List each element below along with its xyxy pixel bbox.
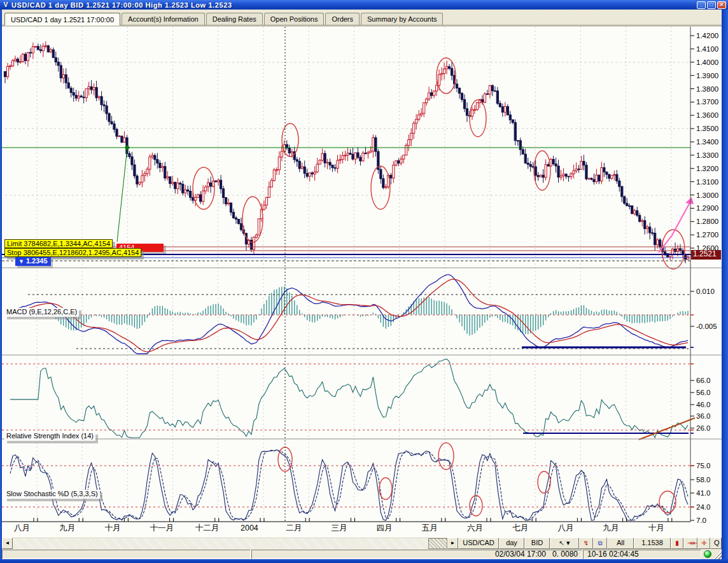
quote-mode-button[interactable]: Q — [710, 538, 722, 549]
side-button[interactable]: BID — [524, 538, 550, 549]
limit-order-label[interactable]: Limit 3784682,E,1.3344,AC,4154 — [4, 239, 113, 248]
app-icon: V — [2, 1, 10, 8]
svg-text:1.4100: 1.4100 — [696, 45, 718, 53]
svg-text:1.3100: 1.3100 — [696, 178, 718, 186]
svg-text:1.2700: 1.2700 — [696, 231, 718, 239]
status-clock-panel: 10-16 02:04:45 — [583, 550, 701, 559]
resize-grip[interactable] — [713, 551, 722, 559]
svg-text:1.4200: 1.4200 — [696, 32, 718, 39]
macd-indicator-label: MACD (9,E,12,26,C,E) — [4, 308, 79, 317]
tab-open-positions[interactable]: Open Positions — [264, 13, 325, 25]
tab-orders[interactable]: Orders — [325, 13, 360, 25]
svg-text:八月: 八月 — [14, 524, 30, 532]
symbol-button[interactable]: USD/CAD — [458, 538, 499, 549]
svg-text:二月: 二月 — [286, 524, 302, 532]
trading-window: V USD/CAD 1 day BID 1.2521 17:00:00 High… — [0, 0, 728, 563]
svg-text:1.3500: 1.3500 — [696, 125, 718, 132]
scroll-left-button[interactable]: ◄ — [2, 538, 13, 549]
svg-text:58.0: 58.0 — [696, 476, 710, 483]
scrollbar-thumb[interactable] — [428, 538, 447, 549]
svg-text:九月: 九月 — [59, 524, 75, 532]
chart-scroll-toolbar: ◄ ► USD/CAD day BID ↖ ▾ ↯ ⧉ All 1.1538 ▮… — [2, 538, 722, 549]
rsi-indicator-label: Relative Strength Index (14) — [4, 432, 95, 441]
svg-text:1.3300: 1.3300 — [696, 151, 718, 159]
svg-text:六月: 六月 — [467, 524, 483, 532]
tab-dealing-rates[interactable]: Dealing Rates — [206, 13, 263, 25]
bid-price-tag: ▼1.2345 — [15, 257, 51, 266]
svg-text:七月: 七月 — [512, 524, 528, 532]
svg-text:1.4000: 1.4000 — [696, 59, 718, 66]
candlestick-icon: ▮ — [675, 539, 679, 546]
svg-text:1.3000: 1.3000 — [696, 191, 718, 199]
svg-text:十二月: 十二月 — [195, 524, 220, 532]
overlap-squares-icon: ⧉ — [598, 539, 602, 546]
stochastic-indicator-label: Slow Stochastic %D (5,3,3,S) — [4, 490, 100, 499]
funnel-icon: ▼ — [18, 258, 24, 265]
chart-background — [2, 25, 722, 538]
candlestick-style-button[interactable]: ▮ — [671, 538, 683, 549]
svg-text:36.0: 36.0 — [696, 412, 710, 420]
svg-text:-0.005: -0.005 — [696, 323, 717, 330]
window-title: USD/CAD 1 day BID 1.2521 17:00:00 High 1… — [11, 1, 697, 9]
pointer-tool-button[interactable]: ↖ ▾ — [550, 538, 579, 549]
svg-text:56.0: 56.0 — [696, 389, 710, 396]
connection-status-icon — [702, 549, 713, 559]
svg-text:0.010: 0.010 — [696, 288, 715, 295]
svg-text:46.0: 46.0 — [696, 401, 710, 408]
maximize-button[interactable]: □ — [707, 1, 716, 9]
svg-text:1.3700: 1.3700 — [696, 98, 718, 106]
svg-text:1.3400: 1.3400 — [696, 138, 718, 146]
svg-text:75.0: 75.0 — [696, 462, 710, 469]
svg-text:三月: 三月 — [331, 524, 347, 532]
svg-text:1.3900: 1.3900 — [696, 72, 718, 80]
svg-text:41.0: 41.0 — [696, 489, 710, 497]
crosshair-move-button[interactable]: ✛ — [697, 538, 710, 549]
snap-arrows-icon: ⇥⇤ — [687, 539, 698, 546]
svg-text:五月: 五月 — [422, 524, 438, 532]
svg-text:66.0: 66.0 — [696, 377, 710, 384]
link-windows-button[interactable]: ⧉ — [593, 538, 607, 549]
scrollbar-track[interactable] — [13, 538, 447, 549]
svg-text:1.3800: 1.3800 — [696, 85, 718, 93]
svg-text:八月: 八月 — [557, 524, 573, 532]
svg-text:十月: 十月 — [104, 524, 120, 532]
chevron-down-icon: ▾ — [566, 539, 570, 546]
tab-chart[interactable]: USD/CAD 1 day 1.2521 17:00:00 — [4, 13, 120, 25]
scroll-right-button[interactable]: ► — [447, 538, 458, 549]
price-chart[interactable]: 1.42001.41001.40001.39001.38001.37001.36… — [2, 25, 722, 538]
crosshair-icon: ✛ — [701, 539, 706, 546]
svg-text:24.0: 24.0 — [696, 503, 710, 511]
stop-order-label[interactable]: Stop 3806455,E,1218602,1.2495,AC,4154 — [4, 248, 141, 257]
tab-bar: USD/CAD 1 day 1.2521 17:00:00 Account(s)… — [2, 10, 722, 25]
close-button[interactable]: ✕ — [717, 1, 726, 9]
current-price-tag: 1.2521 — [691, 250, 721, 260]
svg-text:7.0: 7.0 — [696, 517, 706, 524]
window-border-right — [722, 10, 728, 559]
svg-text:1.2900: 1.2900 — [696, 204, 718, 212]
svg-text:1.3600: 1.3600 — [696, 111, 718, 119]
svg-text:九月: 九月 — [603, 524, 619, 532]
bid-price-value: 1.2345 — [26, 257, 48, 265]
svg-text:十月: 十月 — [648, 524, 664, 532]
show-all-button[interactable]: All — [607, 538, 634, 549]
minimize-button[interactable]: _ — [697, 1, 706, 9]
snap-center-button[interactable]: ⇥⇤ — [683, 538, 697, 549]
titlebar: V USD/CAD 1 day BID 1.2521 17:00:00 High… — [0, 0, 728, 10]
zigzag-icon: ↯ — [584, 539, 589, 546]
svg-text:四月: 四月 — [377, 524, 393, 532]
svg-text:1.2800: 1.2800 — [696, 218, 718, 225]
svg-text:1.3200: 1.3200 — [696, 165, 718, 172]
cursor-icon: ↖ — [559, 539, 564, 546]
tab-accounts-information[interactable]: Account(s) Information — [122, 13, 205, 25]
svg-text:2004: 2004 — [241, 524, 258, 532]
status-bar: 02/03/04 17:00 0. 0080 10-16 02:04:45 — [2, 549, 722, 559]
tab-summary-by-accounts[interactable]: Summary by Accounts — [361, 13, 443, 25]
svg-text:26.0: 26.0 — [696, 424, 710, 432]
period-button[interactable]: day — [499, 538, 524, 549]
status-quote-panel: 02/03/04 17:00 0. 0080 — [251, 550, 582, 559]
rate-button[interactable]: 1.1538 — [634, 538, 671, 549]
svg-text:十一月: 十一月 — [150, 524, 174, 532]
status-message-panel — [2, 550, 251, 559]
window-border-bottom — [0, 559, 728, 563]
trendline-tool-button[interactable]: ↯ — [579, 538, 593, 549]
